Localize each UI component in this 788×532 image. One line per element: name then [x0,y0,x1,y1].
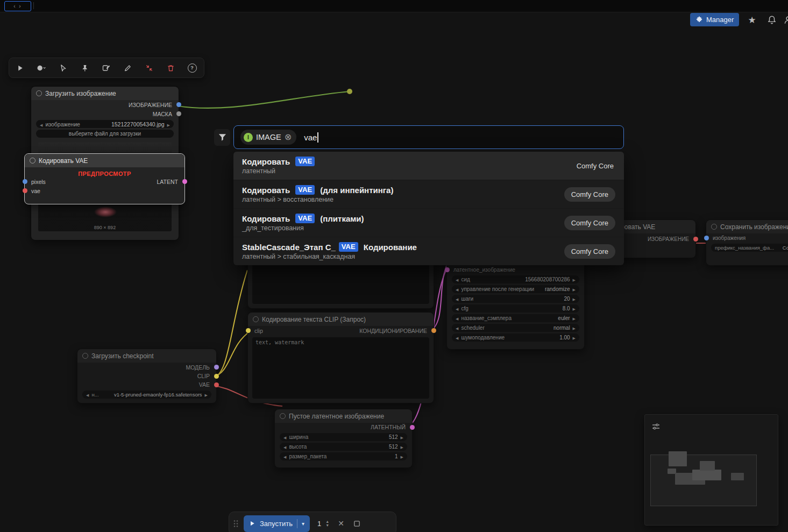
manager-button[interactable]: Manager [690,13,739,26]
widget-value: normal [553,325,570,331]
widget-row[interactable]: ширина512 [280,433,407,441]
widget-row[interactable]: высота512 [280,443,407,451]
search-result-row[interactable]: Кодировать VAE латентный Comfy Core [233,152,624,180]
user-avatar-icon[interactable] [782,14,788,26]
widget-decrement-icon[interactable] [456,276,458,282]
search-filter-button[interactable] [214,129,230,146]
widget-decrement-icon[interactable] [40,121,42,127]
output-vae-port[interactable] [214,382,219,387]
output-image-port[interactable] [693,237,698,242]
execute-button[interactable] [9,58,31,77]
widget-decrement-icon[interactable] [456,325,458,331]
collapse-dot-icon[interactable] [711,224,717,230]
widget-increment-icon[interactable] [167,121,170,127]
chip-remove-icon[interactable] [285,133,292,141]
input-latent-port[interactable] [445,267,450,272]
widget-row[interactable]: шумоподавление1.00 [452,334,579,342]
collapse-dot-icon[interactable] [253,316,259,322]
widget-decrement-icon[interactable] [86,392,89,398]
favorites-star-icon[interactable] [746,14,758,26]
widget-row[interactable]: размер_пакета1 [280,452,407,460]
widget-increment-icon[interactable] [573,315,576,321]
widget-increment-icon[interactable] [573,276,576,282]
prefix-widget[interactable]: префикс_названия_фа... Co [711,244,788,252]
clear-queue-icon[interactable] [335,519,347,528]
workflow-tab[interactable] [4,1,31,11]
decrement-icon[interactable] [325,523,329,527]
widget-decrement-icon[interactable] [283,444,286,450]
widget-increment-icon[interactable] [205,392,208,398]
search-result-row[interactable]: Кодировать VAE (для инпейнтинга) латентн… [233,180,624,209]
color-picker-button[interactable] [31,58,52,77]
widget-decrement-icon[interactable] [283,434,286,440]
widget-increment-icon[interactable] [573,306,576,311]
edit-button[interactable] [95,58,117,77]
collapse-dot-icon[interactable] [82,353,88,359]
output-mask-port[interactable] [176,111,181,116]
select-cursor-button[interactable] [52,58,74,77]
drag-handle-icon[interactable] [233,520,238,528]
collapse-dot-icon[interactable] [36,90,42,96]
widget-row[interactable]: название_сэмплераeuler [452,314,579,322]
prompt-textarea[interactable] [252,263,429,304]
widget-increment-icon[interactable] [573,325,576,331]
node-save-image[interactable]: Сохранить изображение изображения префик… [706,219,788,266]
input-clip-port[interactable] [246,328,251,333]
output-latent-port[interactable] [182,179,187,184]
widget-label: cfg [461,306,468,311]
widget-row[interactable]: сид156680208700286 [452,275,579,283]
collapse-dot-icon[interactable] [30,158,36,164]
node-empty-latent[interactable]: Пустое латентное изображение ЛАТЕНТНЫЙ ш… [274,409,413,468]
widget-decrement-icon[interactable] [456,335,458,341]
batch-count-stepper[interactable]: 1 [315,520,329,528]
widget-increment-icon[interactable] [573,335,576,341]
widget-increment-icon[interactable] [573,296,576,302]
output-conditioning-port[interactable] [431,328,436,333]
widget-row[interactable]: cfg8.0 [452,304,579,313]
pin-button[interactable] [74,58,95,77]
widget-increment-icon[interactable] [573,286,576,292]
search-result-row[interactable]: Кодировать VAE (плитками) _для_тестирова… [233,209,624,237]
stop-icon[interactable] [353,520,361,528]
input-pixels-port[interactable] [23,179,27,184]
notification-bell-icon[interactable] [766,14,778,26]
image-widget[interactable]: изображение 15212270054340.jpg [36,120,174,128]
ckpt-name-widget[interactable]: н... v1-5-pruned-emaonly-fp16.safetensor… [82,391,211,399]
node-vae-encode[interactable]: Кодировать VAE ПРЕДПРОСМОТР pixels LATEN… [24,153,185,204]
widget-decrement-icon[interactable] [456,296,458,302]
search-result-row[interactable]: StableCascade_Этап C_VAE Кодирование лат… [233,237,624,265]
prompt-textarea[interactable]: text, watermark [252,337,429,399]
widget-decrement-icon[interactable] [456,286,458,292]
output-model-port[interactable] [214,365,219,370]
type-filter-chip[interactable]: I IMAGE [240,130,296,145]
minimap-settings-icon[interactable] [651,422,660,431]
node-search-input[interactable]: I IMAGE vae [233,125,624,149]
delete-trash-button[interactable] [160,58,181,77]
collapse-button[interactable] [138,58,160,77]
run-button[interactable]: Запустить [244,515,310,532]
collapse-dot-icon[interactable] [280,413,286,419]
minimap[interactable] [644,414,778,526]
widget-decrement-icon[interactable] [283,453,286,459]
widget-row[interactable]: управление после генерацииrandomize [452,285,579,293]
chevron-down-icon[interactable] [302,521,304,527]
tab-divider [33,2,34,9]
widget-row[interactable]: шаги20 [452,295,579,303]
widget-increment-icon[interactable] [401,453,403,459]
output-latent-port[interactable] [410,425,415,430]
widget-decrement-icon[interactable] [456,315,458,321]
widget-increment-icon[interactable] [401,434,403,440]
upload-button[interactable]: выберите файл для загрузки [36,130,174,138]
output-clip-port[interactable] [214,374,219,379]
help-button[interactable] [181,58,203,77]
node-clip-encode-negative[interactable]: Кодирование текста CLIP (Запрос) clip КО… [247,312,434,403]
node-load-checkpoint[interactable]: Загрузить checkpoint МОДЕЛЬ CLIP VAE н..… [77,349,217,403]
rename-pencil-button[interactable] [117,58,138,77]
increment-icon[interactable] [325,520,329,523]
widget-increment-icon[interactable] [401,444,403,450]
output-image-port[interactable] [176,102,181,107]
input-images-port[interactable] [704,236,709,240]
widget-row[interactable]: schedulernormal [452,324,579,332]
input-vae-port[interactable] [23,188,27,193]
widget-decrement-icon[interactable] [456,306,458,311]
